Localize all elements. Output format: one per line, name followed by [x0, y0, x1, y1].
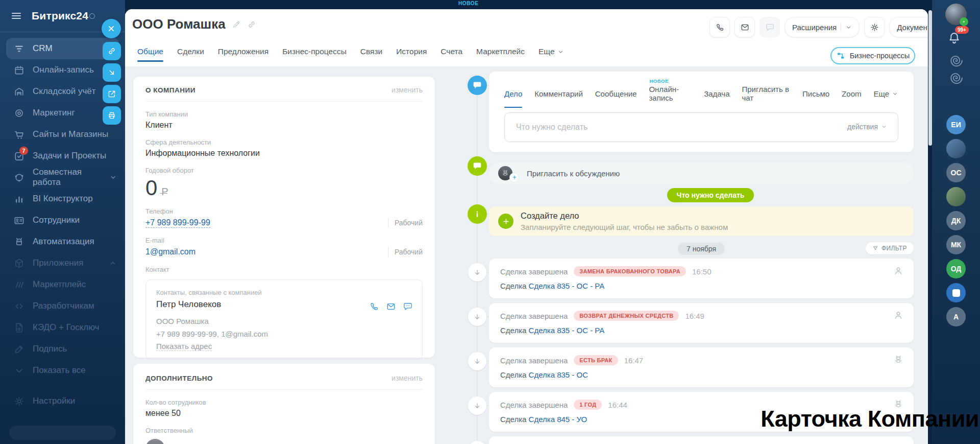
chat-avatar[interactable]: А	[946, 307, 966, 326]
company-tab[interactable]: Связи	[360, 47, 382, 58]
sidebar-item[interactable]: Приложения	[0, 252, 125, 274]
play-icon	[962, 19, 966, 24]
company-type-value[interactable]: Клиент	[145, 121, 423, 130]
chat-avatar[interactable]: ОД	[946, 259, 966, 278]
entry-type-icon[interactable]	[468, 263, 486, 282]
composer-tab[interactable]: Задача	[704, 85, 729, 102]
composer-tab[interactable]: Сообщение	[595, 85, 637, 102]
sidebar-item[interactable]: CRM	[6, 38, 119, 59]
composer-tab[interactable]: Дело	[504, 85, 522, 102]
edit-title-icon[interactable]	[232, 20, 241, 29]
entry-type-icon[interactable]	[468, 352, 486, 370]
toolbar-icon-button[interactable]	[709, 17, 730, 37]
sidebar-item[interactable]: 7 Задачи и Проекты	[0, 145, 125, 167]
settings-button[interactable]	[864, 17, 885, 37]
sidebar-item-label: Складской учёт	[33, 86, 96, 97]
create-activity-hint[interactable]: Создайте дело Запланируйте следующий шаг…	[489, 206, 914, 236]
chat-avatar[interactable]: ДК	[946, 211, 966, 230]
email-link[interactable]: 1@gmail.com	[145, 247, 195, 256]
industry-value[interactable]: Информационные технологии	[145, 149, 423, 158]
company-tab[interactable]: Бизнес-процессы	[282, 47, 347, 58]
timeline-entry[interactable]: Сделка завершена ЕСТЬ БРАК 16:47 Сделка …	[489, 347, 914, 387]
sidebar-item[interactable]: Разработчикам	[0, 295, 125, 317]
timeline-entry[interactable]: Сделка завершена ЗАМЕНА БРАКОВАННОГО ТОВ…	[489, 259, 914, 298]
filter-label: ФИЛЬТР	[881, 245, 907, 252]
chat-avatar[interactable]: ОС	[946, 163, 966, 182]
entry-type-icon[interactable]	[468, 441, 486, 444]
company-tab[interactable]: Еще	[538, 47, 564, 58]
composer-tab[interactable]: Пригласить в чат	[742, 85, 790, 102]
sidebar-item[interactable]: Показать все	[0, 360, 125, 381]
menu-burger-icon[interactable]	[10, 10, 22, 22]
deal-link[interactable]: Сделка 835 - ОС	[529, 370, 588, 379]
composer-tab[interactable]: Письмо	[802, 85, 829, 102]
filter-button[interactable]: ФИЛЬТР	[866, 242, 914, 254]
chat-avatar[interactable]	[946, 139, 966, 158]
bp-button-label: Бизнес-процессы	[850, 52, 910, 60]
deal-link[interactable]: Сделка 845 - УО	[529, 415, 587, 424]
deal-link[interactable]: Сделка 835 - ОС - РА	[529, 282, 605, 290]
company-tab[interactable]: Предложения	[218, 47, 268, 58]
close-slider-button[interactable]	[102, 19, 121, 38]
employees-value[interactable]: менее 50	[145, 409, 423, 418]
company-tab[interactable]: Счета	[440, 47, 462, 58]
open-window-button[interactable]	[103, 85, 121, 103]
sidebar-item[interactable]: Маркетплейс	[0, 274, 125, 295]
invite-discussion-row[interactable]: Пригласить к обсуждению	[489, 162, 914, 184]
sidebar-item[interactable]: BI Конструктор	[0, 188, 125, 209]
company-tabs: Общие Сделки Предложения Бизнес-	[137, 47, 564, 58]
chat-avatar[interactable]	[946, 187, 966, 206]
todo-input[interactable]	[504, 112, 898, 142]
entry-type-icon[interactable]	[468, 308, 486, 326]
contact-action-icon[interactable]	[369, 301, 379, 312]
company-tab[interactable]: Маркетплейс	[476, 47, 525, 58]
edit-section-link[interactable]: изменить	[391, 86, 423, 94]
copilot-spiral-icon[interactable]	[948, 53, 963, 68]
collapse-button[interactable]	[103, 63, 121, 82]
bitrix24-logo[interactable]: Битрикс24	[32, 10, 88, 22]
composer-tab[interactable]: Zoom	[842, 85, 861, 102]
sidebar-item[interactable]: Сайты и Магазины	[0, 124, 125, 145]
show-address-link[interactable]: Показать адрес	[156, 342, 212, 351]
edit-section-link[interactable]: изменить	[391, 374, 423, 382]
sidebar-item[interactable]: КЭДО + Госключ	[0, 317, 125, 338]
timeline-entry[interactable]: Сделка завершена СДЕЛКА ПРОВАЛЕНА 16:43	[489, 436, 914, 444]
actions-dropdown[interactable]: действия	[847, 123, 887, 131]
entry-type-icon[interactable]	[468, 396, 486, 415]
chat-avatar[interactable]	[946, 283, 966, 302]
company-tab[interactable]: Сделки	[177, 47, 204, 58]
company-tab[interactable]: История	[396, 47, 427, 58]
phone-link[interactable]: +7 989 899-99-99	[145, 218, 210, 228]
chevron-icon	[109, 173, 117, 181]
contact-action-icon[interactable]	[403, 301, 413, 312]
add-activity-button[interactable]	[498, 214, 513, 229]
sidebar-item-settings[interactable]: Настройки	[0, 390, 125, 412]
responsible-avatar[interactable]	[145, 439, 165, 444]
composer-tab[interactable]: НОВОЕ Онлайн-запись	[649, 85, 692, 102]
chat-avatar[interactable]: ЕИ	[946, 115, 966, 134]
timeline-entry[interactable]: Сделка завершена ВОЗВРАТ ДЕНЕЖНЫХ СРЕДСТ…	[489, 303, 914, 343]
composer-tab[interactable]: Комментарий	[534, 85, 582, 102]
toolbar-icon-button[interactable]	[760, 17, 780, 37]
chat-avatar[interactable]: МК	[946, 235, 966, 254]
toolbar-icon-button[interactable]	[734, 17, 755, 37]
turnover-value[interactable]: 0 Р	[145, 177, 423, 199]
sidebar-item[interactable]: Совместная работа	[0, 167, 125, 188]
copy-link-icon[interactable]	[247, 20, 256, 29]
sidebar-item[interactable]: Сотрудники	[0, 209, 125, 231]
document-dropdown[interactable]: Документ	[889, 17, 928, 37]
scrollbar-thumb[interactable]	[928, 10, 932, 146]
copilot-spiral-icon[interactable]	[948, 71, 963, 85]
company-tab[interactable]: Общие	[137, 47, 163, 58]
tab-label: Маркетплейс	[476, 47, 525, 56]
composer-tab[interactable]: Еще	[873, 85, 898, 102]
contact-action-icon[interactable]	[386, 301, 396, 312]
copy-link-button[interactable]	[103, 42, 121, 60]
deal-link[interactable]: Сделка 835 - ОС - РА	[529, 326, 605, 335]
entry-title: Сделка завершена	[500, 356, 568, 365]
print-button[interactable]	[103, 106, 121, 125]
business-process-button[interactable]: Бизнес-процессы	[830, 47, 915, 64]
extensions-dropdown[interactable]: Расширения	[785, 17, 860, 37]
sidebar-item[interactable]: Автоматизация	[0, 231, 125, 252]
sidebar-item[interactable]: Подпись	[0, 338, 125, 360]
